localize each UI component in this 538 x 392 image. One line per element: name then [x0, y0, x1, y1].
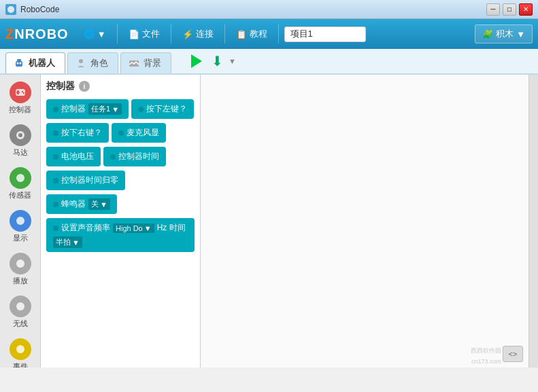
window-title: RoboCode [20, 5, 59, 14]
time-dropdown[interactable]: 半拍 ▼ [53, 236, 82, 248]
play-label: 播放 [13, 276, 28, 286]
project-name-input[interactable] [284, 26, 366, 42]
block-timer[interactable]: 控制器时间 [103, 147, 166, 166]
left-sidebar: 控制器 马达 传感器 显示 播放 [0, 75, 41, 368]
time-dropdown-arrow: ▼ [72, 238, 80, 247]
block-text-battery: 电池电压 [61, 151, 94, 162]
play-button[interactable] [187, 52, 206, 71]
note-dropdown-value: High Do [116, 224, 143, 232]
logo-z: Z [5, 26, 14, 41]
svg-point-11 [22, 92, 24, 94]
note-dropdown-arrow: ▼ [144, 224, 152, 232]
tab-background[interactable]: 背景 [120, 52, 171, 73]
buzzer-dropdown-value: 关 [91, 199, 99, 209]
task-dropdown[interactable]: 任务1 ▼ [88, 103, 122, 115]
sidebar-item-wireless[interactable]: 无线 [0, 291, 40, 333]
svg-point-18 [16, 345, 24, 353]
connect-icon: ⚡ [182, 29, 193, 39]
block-set-sound[interactable]: 设置声音频率 High Do ▼ Hz 时间 半拍 ▼ [46, 218, 195, 252]
content-area: 控制器 马达 传感器 显示 播放 [0, 75, 538, 368]
tab-character[interactable]: 角色 [67, 52, 118, 73]
sidebar-item-controller[interactable]: 控制器 [0, 77, 40, 119]
tab-bar: 机器人 角色 背景 ⬇ ▼ [0, 49, 538, 75]
block-text-timer: 控制器时间 [118, 151, 159, 162]
title-bar-left: RoboCode [5, 4, 59, 15]
info-icon[interactable]: i [79, 81, 90, 92]
download-arrow: ▼ [229, 57, 236, 65]
svg-point-14 [16, 174, 24, 182]
file-label: 文件 [142, 28, 160, 40]
panel-title-text: 控制器 [46, 80, 75, 92]
block-right-key[interactable]: 按下右键？ [46, 123, 109, 143]
svg-point-5 [79, 59, 83, 63]
tab-robot[interactable]: 机器人 [5, 52, 65, 73]
buzzer-dropdown-arrow: ▼ [100, 200, 107, 209]
sep2 [171, 24, 171, 43]
minimize-button[interactable]: ─ [486, 3, 500, 16]
right-scrollbar[interactable] [528, 75, 538, 368]
svg-rect-2 [17, 59, 21, 62]
play-icon [191, 54, 202, 68]
tutorial-label: 教程 [250, 28, 267, 40]
svg-point-10 [21, 91, 22, 92]
robot-tab-icon [13, 57, 25, 69]
block-text-buzzer: 蜂鸣器 [61, 198, 86, 210]
block-controller-task[interactable]: 控制器 任务1 ▼ [46, 99, 129, 119]
block-text-mic: 麦克风显 [127, 127, 159, 139]
expand-icon: <> [509, 350, 518, 358]
background-tab-label: 背景 [144, 57, 161, 69]
svg-point-3 [17, 63, 19, 65]
block-panel: 控制器 i 控制器 任务1 ▼ 按下左键？ 按下右键？ 麦克风显 电池电压 [41, 75, 201, 368]
globe-button[interactable]: 🌐 ▼ [78, 26, 112, 42]
controller-icon [10, 82, 31, 103]
sidebar-item-play[interactable]: 播放 [0, 249, 40, 290]
svg-point-15 [16, 217, 24, 225]
buzzer-dropdown[interactable]: 关 ▼ [88, 198, 110, 210]
block-battery[interactable]: 电池电压 [46, 147, 101, 166]
maximize-button[interactable]: □ [503, 3, 516, 16]
svg-rect-9 [16, 92, 20, 93]
expand-button[interactable]: <> [503, 346, 523, 362]
block-timer-reset[interactable]: 控制器时间归零 [46, 171, 125, 190]
motor-icon [10, 124, 31, 146]
logo: ZNROBO [5, 26, 69, 42]
character-tab-icon [75, 57, 87, 69]
blocks-icon: 🧩 [482, 29, 493, 39]
blocks-button[interactable]: 🧩 积木 ▼ [475, 24, 533, 43]
sidebar-item-motor[interactable]: 马达 [0, 120, 40, 162]
note-dropdown[interactable]: High Do ▼ [113, 224, 154, 233]
block-text-controller: 控制器 [61, 103, 86, 115]
sidebar-item-display[interactable]: 显示 [0, 206, 40, 247]
svg-point-0 [7, 6, 14, 13]
tutorial-button[interactable]: 📋 教程 [231, 25, 273, 43]
file-icon: 📄 [129, 29, 139, 39]
title-bar: RoboCode ─ □ ✕ [0, 0, 538, 19]
event-label: 事件 [13, 361, 28, 368]
block-mic[interactable]: 麦克风显 [112, 123, 166, 143]
sidebar-item-sensor[interactable]: 传感器 [0, 163, 40, 204]
block-text-right-key: 按下右键？ [61, 127, 102, 139]
panel-title: 控制器 i [46, 80, 195, 92]
task-dropdown-arrow: ▼ [112, 105, 119, 113]
svg-point-16 [16, 260, 24, 268]
display-label: 显示 [13, 233, 28, 243]
sensor-icon [10, 167, 31, 189]
watermark: cn173.com [471, 358, 501, 365]
sep3 [224, 24, 225, 43]
block-buzzer[interactable]: 蜂鸣器 关 ▼ [46, 194, 117, 214]
connect-button[interactable]: ⚡ 连接 [177, 25, 219, 43]
window-controls: ─ □ ✕ [486, 3, 533, 16]
svg-point-4 [20, 63, 22, 65]
wireless-icon [10, 296, 31, 317]
block-left-key[interactable]: 按下左键？ [131, 99, 194, 119]
background-tab-icon [128, 57, 140, 69]
svg-point-17 [16, 302, 24, 310]
close-button[interactable]: ✕ [519, 3, 533, 16]
sensor-label: 传感器 [9, 190, 31, 200]
globe-icon: 🌐 [84, 29, 95, 39]
sidebar-item-event[interactable]: 事件 [0, 334, 40, 368]
sep1 [117, 24, 118, 43]
download-button[interactable]: ⬇ [212, 53, 223, 69]
app-icon [5, 4, 16, 15]
file-button[interactable]: 📄 文件 [123, 25, 165, 43]
